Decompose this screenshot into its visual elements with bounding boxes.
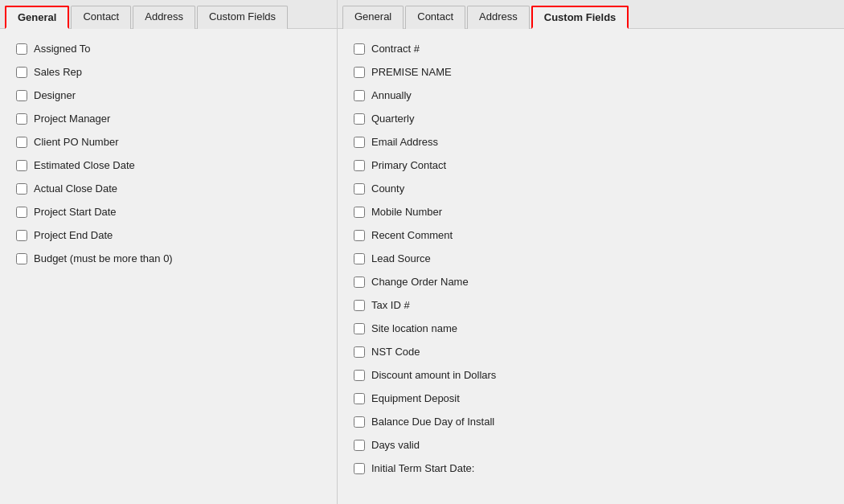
checkbox-sales-rep[interactable] xyxy=(16,67,27,78)
checkbox-label-project-start-date[interactable]: Project Start Date xyxy=(34,206,117,218)
tab-address[interactable]: Address xyxy=(467,6,530,29)
checkbox-label-email-address[interactable]: Email Address xyxy=(371,136,438,148)
list-item: Project Manager xyxy=(16,107,321,130)
checkbox-premise-name[interactable] xyxy=(354,67,365,78)
list-item: Estimated Close Date xyxy=(16,154,321,177)
checkbox-assigned-to[interactable] xyxy=(16,43,27,55)
list-item: Contract # xyxy=(354,37,828,60)
checkbox-tax-id[interactable] xyxy=(354,300,365,311)
checkbox-nst-code[interactable] xyxy=(354,346,365,358)
list-item: Days valid xyxy=(354,433,828,457)
checkbox-label-estimated-close-date[interactable]: Estimated Close Date xyxy=(34,159,135,171)
right-checkbox-list: Contract #PREMISE NAMEAnnuallyQuarterlyE… xyxy=(338,29,844,504)
checkbox-label-balance-due[interactable]: Balance Due Day of Install xyxy=(371,416,494,428)
checkbox-days-valid[interactable] xyxy=(354,440,365,451)
checkbox-project-manager[interactable] xyxy=(16,113,27,125)
list-item: Sales Rep xyxy=(16,60,321,84)
checkbox-label-sales-rep[interactable]: Sales Rep xyxy=(34,66,82,78)
checkbox-label-discount-amount[interactable]: Discount amount in Dollars xyxy=(371,369,496,381)
list-item: Discount amount in Dollars xyxy=(354,363,828,387)
checkbox-label-project-manager[interactable]: Project Manager xyxy=(34,113,110,125)
list-item: Equipment Deposit xyxy=(354,387,828,410)
checkbox-label-days-valid[interactable]: Days valid xyxy=(371,439,420,451)
checkbox-label-budget[interactable]: Budget (must be more than 0) xyxy=(34,252,173,264)
tab-general[interactable]: General xyxy=(342,6,404,29)
left-checkbox-list: Assigned ToSales RepDesignerProject Mana… xyxy=(0,29,337,504)
checkbox-site-location-name[interactable] xyxy=(354,323,365,334)
checkbox-label-mobile-number[interactable]: Mobile Number xyxy=(371,206,442,218)
checkbox-recent-comment[interactable] xyxy=(354,230,365,241)
list-item: Mobile Number xyxy=(354,200,828,223)
checkbox-label-project-end-date[interactable]: Project End Date xyxy=(34,229,113,241)
list-item: Actual Close Date xyxy=(16,177,321,200)
checkbox-estimated-close-date[interactable] xyxy=(16,160,27,171)
checkbox-label-actual-close-date[interactable]: Actual Close Date xyxy=(34,182,117,195)
checkbox-discount-amount[interactable] xyxy=(354,370,365,381)
tab-address[interactable]: Address xyxy=(133,6,195,29)
tab-general[interactable]: General xyxy=(5,6,69,29)
checkbox-label-assigned-to[interactable]: Assigned To xyxy=(34,43,91,55)
list-item: Annually xyxy=(354,84,828,107)
checkbox-client-po-number[interactable] xyxy=(16,137,27,148)
checkbox-primary-contact[interactable] xyxy=(354,160,365,171)
list-item: Client PO Number xyxy=(16,130,321,154)
left-panel: GeneralContactAddressCustom Fields Assig… xyxy=(0,0,338,504)
checkbox-designer[interactable] xyxy=(16,90,27,101)
right-tab-bar: GeneralContactAddressCustom Fields xyxy=(338,0,844,29)
checkbox-label-lead-source[interactable]: Lead Source xyxy=(371,252,431,264)
list-item: Project Start Date xyxy=(16,200,321,223)
checkbox-contract[interactable] xyxy=(354,43,365,55)
tab-custom-fields[interactable]: Custom Fields xyxy=(197,6,288,29)
checkbox-label-premise-name[interactable]: PREMISE NAME xyxy=(371,66,452,78)
checkbox-label-primary-contact[interactable]: Primary Contact xyxy=(371,159,446,171)
checkbox-county[interactable] xyxy=(354,183,365,195)
tab-contact[interactable]: Contact xyxy=(71,6,131,29)
checkbox-label-contract[interactable]: Contract # xyxy=(371,43,420,55)
list-item: NST Code xyxy=(354,340,828,363)
checkbox-label-tax-id[interactable]: Tax ID # xyxy=(371,299,410,311)
checkbox-label-client-po-number[interactable]: Client PO Number xyxy=(34,136,118,148)
checkbox-mobile-number[interactable] xyxy=(354,207,365,218)
checkbox-balance-due[interactable] xyxy=(354,416,365,428)
list-item: Site location name xyxy=(354,317,828,340)
checkbox-label-nst-code[interactable]: NST Code xyxy=(371,346,420,358)
list-item: Lead Source xyxy=(354,247,828,270)
checkbox-quarterly[interactable] xyxy=(354,113,365,125)
checkbox-label-equipment-deposit[interactable]: Equipment Deposit xyxy=(371,392,460,404)
list-item: Recent Comment xyxy=(354,223,828,247)
list-item: Project End Date xyxy=(16,223,321,247)
checkbox-project-start-date[interactable] xyxy=(16,207,27,218)
tab-contact[interactable]: Contact xyxy=(405,6,465,29)
checkbox-label-initial-term-start[interactable]: Initial Term Start Date: xyxy=(371,462,474,474)
tab-custom-fields[interactable]: Custom Fields xyxy=(531,6,629,29)
list-item: Balance Due Day of Install xyxy=(354,410,828,433)
checkbox-label-change-order-name[interactable]: Change Order Name xyxy=(371,276,469,288)
checkbox-actual-close-date[interactable] xyxy=(16,183,27,195)
checkbox-change-order-name[interactable] xyxy=(354,277,365,288)
list-item: Initial Term Start Date: xyxy=(354,457,828,480)
checkbox-label-county[interactable]: County xyxy=(371,182,404,195)
checkbox-initial-term-start[interactable] xyxy=(354,463,365,474)
checkbox-lead-source[interactable] xyxy=(354,253,365,264)
checkbox-equipment-deposit[interactable] xyxy=(354,393,365,404)
checkbox-budget[interactable] xyxy=(16,253,27,264)
checkbox-annually[interactable] xyxy=(354,90,365,101)
left-tab-bar: GeneralContactAddressCustom Fields xyxy=(0,0,337,29)
checkbox-label-designer[interactable]: Designer xyxy=(34,89,76,101)
right-panel: GeneralContactAddressCustom Fields Contr… xyxy=(338,0,844,504)
list-item: Budget (must be more than 0) xyxy=(16,247,321,270)
list-item: Change Order Name xyxy=(354,270,828,293)
list-item: Primary Contact xyxy=(354,154,828,177)
list-item: Tax ID # xyxy=(354,293,828,317)
list-item: County xyxy=(354,177,828,200)
list-item: Designer xyxy=(16,84,321,107)
checkbox-label-annually[interactable]: Annually xyxy=(371,89,412,101)
checkbox-project-end-date[interactable] xyxy=(16,230,27,241)
checkbox-email-address[interactable] xyxy=(354,137,365,148)
checkbox-label-site-location-name[interactable]: Site location name xyxy=(371,322,457,334)
checkbox-label-recent-comment[interactable]: Recent Comment xyxy=(371,229,453,241)
list-item: PREMISE NAME xyxy=(354,60,828,84)
list-item: Quarterly xyxy=(354,107,828,130)
list-item: Assigned To xyxy=(16,37,321,60)
checkbox-label-quarterly[interactable]: Quarterly xyxy=(371,113,414,125)
